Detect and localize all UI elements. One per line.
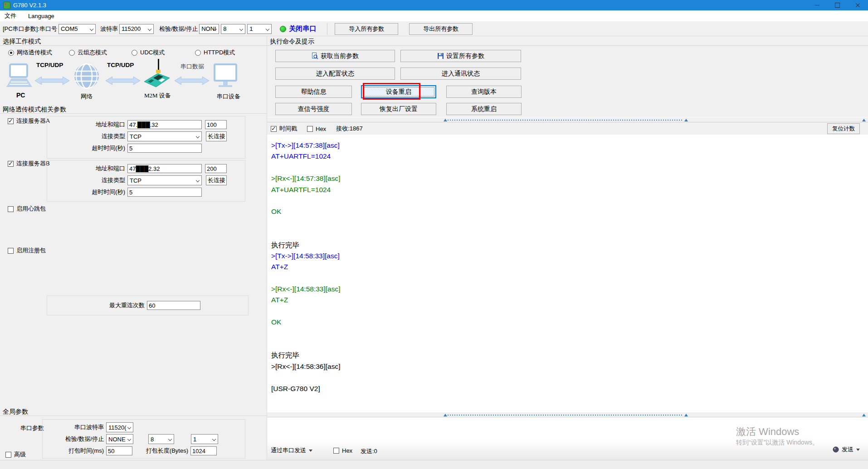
chevron-down-icon xyxy=(168,437,172,441)
menu-language[interactable]: Language xyxy=(28,13,54,19)
send-via-serial-dropdown[interactable]: 通过串口发送 xyxy=(271,446,312,454)
chevron-down-icon xyxy=(127,437,131,441)
mode-net-transparent[interactable]: 网络透传模式 xyxy=(8,48,52,57)
radio-icon xyxy=(8,50,14,56)
toolbar-separator xyxy=(327,23,327,35)
hex-display-checkbox[interactable]: Hex xyxy=(307,126,326,132)
mode-cloud[interactable]: 云组态模式 xyxy=(69,48,107,57)
enter-config-button[interactable]: 进入配置状态 xyxy=(275,68,395,80)
checkbox-icon xyxy=(8,118,14,124)
parity-select[interactable]: NONI xyxy=(199,24,219,34)
baud-select[interactable]: 115200 xyxy=(119,24,154,34)
serial-databits-select[interactable]: 8 xyxy=(148,434,174,444)
chevron-down-icon xyxy=(90,27,93,30)
mode-udc[interactable]: UDC模式 xyxy=(132,48,165,57)
databits-select[interactable]: 8 xyxy=(221,24,245,34)
sent-count: 发送:0 xyxy=(361,447,377,455)
query-version-button[interactable]: 查询版本 xyxy=(446,86,522,98)
log-line xyxy=(271,372,868,383)
send-button[interactable]: 发送 xyxy=(833,445,860,454)
log-output[interactable]: >[Tx->][14:57:38][asc]AT+UARTFL=1024>[Rx… xyxy=(267,135,868,412)
pc-serial-label: [PC串口参数]:串口号 xyxy=(3,25,57,33)
heartbeat-checkbox[interactable]: 启用心跳包 xyxy=(8,205,46,213)
parity-label: 检验/数据/停止 xyxy=(159,25,198,33)
close-port-button[interactable]: 关闭串口 xyxy=(289,24,316,33)
save-params-icon xyxy=(437,53,444,59)
com-port-select[interactable]: COM5 xyxy=(59,24,96,34)
help-button[interactable]: 帮助信息 xyxy=(275,86,352,98)
server-b-group: 地址和端口 连接类型 TCP 长连接 超时时间(秒) xyxy=(47,160,245,202)
log-line xyxy=(271,195,868,206)
log-line: AT+Z xyxy=(271,295,868,305)
log-line xyxy=(271,218,868,228)
windows-activation-watermark: 激活 Windows xyxy=(736,425,799,439)
server-a-timeout-input[interactable] xyxy=(127,144,202,153)
server-b-keepalive-select[interactable]: 长连接 xyxy=(206,175,227,185)
serial-parity-select[interactable]: NONE xyxy=(106,434,133,444)
serial-baud-select[interactable]: 11520( xyxy=(106,422,133,432)
log-line: >[Rx<-][14:57:38][asc] xyxy=(271,173,868,184)
log-splitter-bottom[interactable] xyxy=(267,412,868,417)
server-a-port-input[interactable] xyxy=(205,120,227,129)
chevron-down-icon xyxy=(309,450,312,452)
log-line xyxy=(271,339,868,350)
server-a-checkbox[interactable]: 连接服务器A xyxy=(8,117,50,125)
addr-label: 地址和端口 xyxy=(47,121,127,129)
minimize-button[interactable] xyxy=(807,0,827,10)
import-params-button[interactable]: 导入所有参数 xyxy=(335,23,398,35)
close-button[interactable] xyxy=(848,0,868,10)
server-a-type-select[interactable]: TCP xyxy=(127,131,202,141)
server-b-address-input[interactable] xyxy=(127,164,202,173)
server-a-address-input[interactable] xyxy=(127,120,202,129)
minimize-icon xyxy=(815,5,819,5)
timestamp-checkbox[interactable]: 时间戳 xyxy=(271,125,297,133)
set-params-button[interactable]: 设置所有参数 xyxy=(400,50,521,62)
serial-parity-label: 检验/数据/停止 xyxy=(43,435,106,443)
maximize-button[interactable] xyxy=(827,0,848,10)
export-params-button[interactable]: 导出所有参数 xyxy=(409,23,473,35)
radio-icon xyxy=(195,50,201,56)
baud-label: 波特率 xyxy=(100,25,118,33)
mode-httpd[interactable]: HTTPD模式 xyxy=(195,48,235,57)
stopbits-select[interactable]: 1 xyxy=(247,24,272,34)
system-restart-button[interactable]: 系统重启 xyxy=(446,103,522,115)
log-line: >[Tx->][14:58:33][asc] xyxy=(271,251,868,261)
checkbox-icon xyxy=(333,448,339,454)
reset-count-button[interactable]: 复位计数 xyxy=(827,123,860,134)
red-highlight-box xyxy=(363,83,420,100)
pack-len-input[interactable] xyxy=(190,446,217,455)
pack-time-input[interactable] xyxy=(106,446,132,455)
link-label: TCP/UDP xyxy=(36,62,63,68)
globe-icon xyxy=(73,63,100,90)
factory-reset-button[interactable]: 恢复出厂设置 xyxy=(361,103,436,115)
bottom-strip xyxy=(0,460,868,469)
server-b-port-input[interactable] xyxy=(205,164,227,173)
checkbox-icon xyxy=(271,126,277,132)
m2m-device-icon xyxy=(141,59,171,90)
title-bar: G780 V2.1.3 xyxy=(0,0,868,10)
max-reconnect-label: 最大重连次数 xyxy=(47,301,147,309)
checkbox-icon xyxy=(8,206,14,212)
pack-len-label: 打包长度(Bytes) xyxy=(132,447,190,455)
get-params-button[interactable]: 获取当前参数 xyxy=(275,50,395,62)
max-reconnect-input[interactable] xyxy=(147,301,200,310)
server-b-checkbox[interactable]: 连接服务器B xyxy=(8,160,50,168)
server-a-keepalive-select[interactable]: 长连接 xyxy=(206,131,227,141)
log-header: 时间戳 Hex 接收:1867 复位计数 xyxy=(267,123,868,135)
send-hex-checkbox[interactable]: Hex xyxy=(333,447,352,454)
serial-stopbits-select[interactable]: 1 xyxy=(191,434,218,444)
menu-file[interactable]: 文件 xyxy=(5,12,16,20)
advanced-checkbox[interactable]: 高级 xyxy=(5,450,26,459)
query-signal-button[interactable]: 查信号强度 xyxy=(275,103,352,115)
server-b-type-select[interactable]: TCP xyxy=(127,175,202,185)
double-arrow-icon xyxy=(34,75,70,86)
enter-comm-button[interactable]: 进入通讯状态 xyxy=(400,68,521,80)
server-b-timeout-input[interactable] xyxy=(127,188,202,197)
global-params-section-title: 全局参数 xyxy=(0,407,267,416)
net-params-section-title: 网络透传模式相关参数 xyxy=(0,105,267,114)
log-splitter-top[interactable] xyxy=(267,117,868,122)
splitter-arrow-icon xyxy=(444,119,447,121)
close-icon xyxy=(855,3,860,8)
chevron-down-icon xyxy=(212,437,216,441)
register-packet-checkbox[interactable]: 启用注册包 xyxy=(8,247,46,255)
